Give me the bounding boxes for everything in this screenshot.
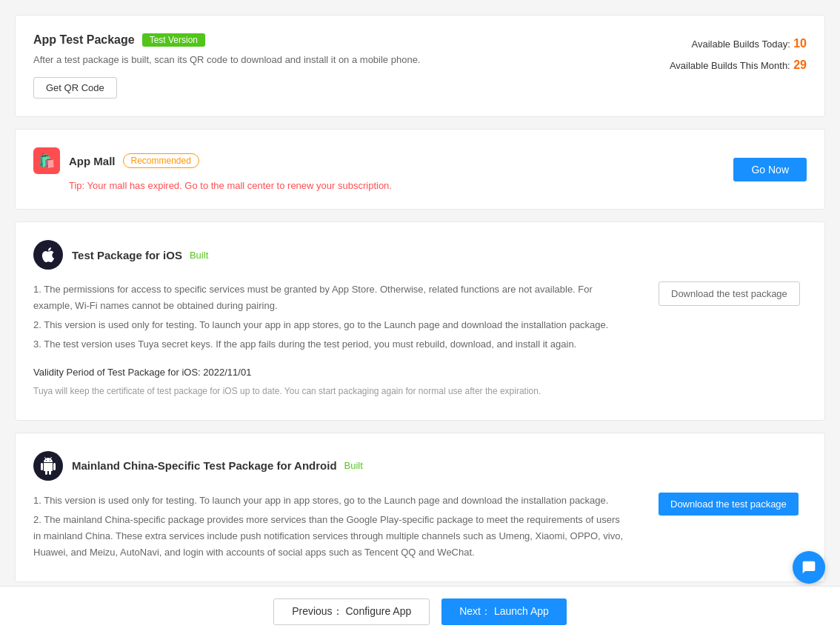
get-qr-code-button[interactable]: Get QR Code: [33, 77, 117, 99]
android-download-button[interactable]: Download the test package: [659, 493, 799, 516]
android-built-badge: Built: [344, 460, 363, 471]
ios-validity-note: Tuya will keep the certificate of test p…: [33, 384, 629, 398]
builds-month-value: 29: [793, 59, 807, 71]
android-desc-1: 1. This version is used only for testing…: [33, 493, 629, 509]
chat-button[interactable]: [793, 551, 825, 584]
mall-icon: 🛍️: [33, 147, 60, 174]
ios-desc-1: 1. The permissions for access to specifi…: [33, 281, 629, 314]
app-test-package-card: App Test Package Test Version After a te…: [15, 15, 825, 117]
android-package-title: Mainland China-Specific Test Package for…: [72, 459, 337, 472]
builds-today-value: 10: [793, 37, 807, 50]
builds-month-label: Available Builds This Month:: [670, 60, 790, 71]
next-button[interactable]: Next： Launch App: [441, 598, 567, 625]
ios-validity-title: Validity Period of Test Package for iOS:…: [33, 364, 629, 381]
android-package-card: Mainland China-Specific Test Package for…: [15, 433, 825, 582]
ios-package-title: Test Package for iOS: [72, 249, 182, 261]
ios-download-button[interactable]: Download the test package: [659, 281, 800, 306]
go-now-button[interactable]: Go Now: [733, 158, 807, 181]
mall-tip-text: Tip: Your mall has expired. Go to the ma…: [69, 180, 392, 191]
ios-desc-3: 3. The test version uses Tuya secret key…: [33, 336, 629, 353]
mall-title: App Mall: [69, 155, 116, 167]
ios-desc-2: 2. This version is used only for testing…: [33, 317, 629, 333]
android-desc-2: 2. The mainland China-specific package p…: [33, 512, 629, 561]
app-test-package-description: After a test package is built, scan its …: [33, 54, 659, 65]
builds-today-label: Available Builds Today:: [692, 39, 790, 50]
app-mall-card: 🛍️ App Mall Recommended Tip: Your mall h…: [15, 129, 825, 210]
android-icon: [33, 451, 63, 481]
test-version-badge: Test Version: [142, 33, 205, 47]
bottom-navigation: Previous： Configure App Next： Launch App: [0, 586, 840, 637]
ios-package-card: Test Package for iOS Built 1. The permis…: [15, 221, 825, 421]
ios-built-badge: Built: [190, 250, 208, 261]
ios-icon: [33, 240, 63, 270]
previous-button[interactable]: Previous： Configure App: [273, 598, 430, 625]
app-test-package-title: App Test Package: [33, 33, 135, 47]
recommended-badge: Recommended: [123, 153, 199, 168]
ios-package-description: 1. The permissions for access to specifi…: [33, 281, 659, 402]
android-package-description: 1. This version is used only for testing…: [33, 493, 659, 564]
